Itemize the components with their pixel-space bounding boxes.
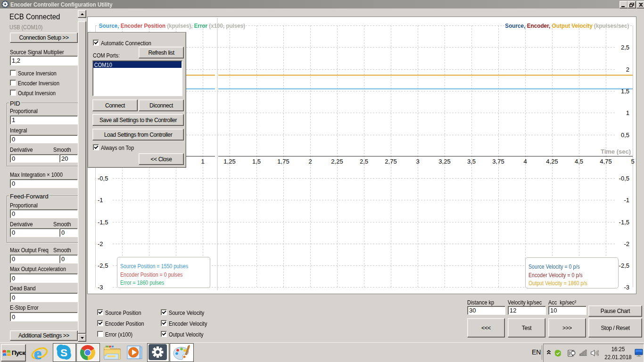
svg-text:1,5: 1,5 [621, 88, 629, 95]
svg-text:-3: -3 [624, 284, 629, 291]
svg-text:1: 1 [626, 109, 629, 116]
svg-text:1,25: 1,25 [223, 158, 235, 165]
svg-text:4,25: 4,25 [546, 158, 558, 165]
svg-text:5: 5 [631, 158, 634, 165]
svg-text:Time (sec): Time (sec) [601, 148, 631, 155]
svg-text:0,5: 0,5 [621, 132, 629, 139]
svg-text:1,75: 1,75 [277, 158, 289, 165]
svg-text:3,5: 3,5 [467, 158, 476, 165]
svg-text:-2,5: -2,5 [619, 262, 629, 269]
svg-text:-2: -2 [624, 240, 629, 247]
svg-text:-1,5: -1,5 [98, 219, 108, 226]
svg-text:-1,5: -1,5 [619, 219, 629, 226]
svg-text:2,25: 2,25 [331, 158, 343, 165]
svg-text:4: 4 [523, 158, 527, 165]
svg-text:3,25: 3,25 [438, 158, 450, 165]
svg-text:-3: -3 [98, 284, 103, 291]
svg-text:-0,5: -0,5 [619, 175, 629, 182]
svg-text:2: 2 [308, 158, 312, 165]
svg-text:4,75: 4,75 [600, 158, 611, 165]
svg-text:1,5: 1,5 [252, 158, 261, 165]
svg-text:2,5: 2,5 [621, 44, 629, 51]
svg-text:3: 3 [416, 158, 419, 165]
svg-text:-1: -1 [98, 197, 103, 204]
svg-text:e: e [34, 345, 41, 362]
svg-text:-2: -2 [98, 240, 103, 247]
svg-text:-2,5: -2,5 [98, 262, 108, 269]
svg-text:4,5: 4,5 [575, 158, 583, 165]
svg-text:1: 1 [201, 158, 204, 165]
svg-text:3,75: 3,75 [492, 158, 504, 165]
svg-text:2,75: 2,75 [385, 158, 396, 165]
svg-text:2,5: 2,5 [360, 158, 368, 165]
svg-text:-1: -1 [624, 197, 629, 204]
svg-text:-0,5: -0,5 [98, 175, 108, 182]
svg-text:S: S [60, 347, 67, 359]
svg-text:2: 2 [626, 66, 629, 73]
